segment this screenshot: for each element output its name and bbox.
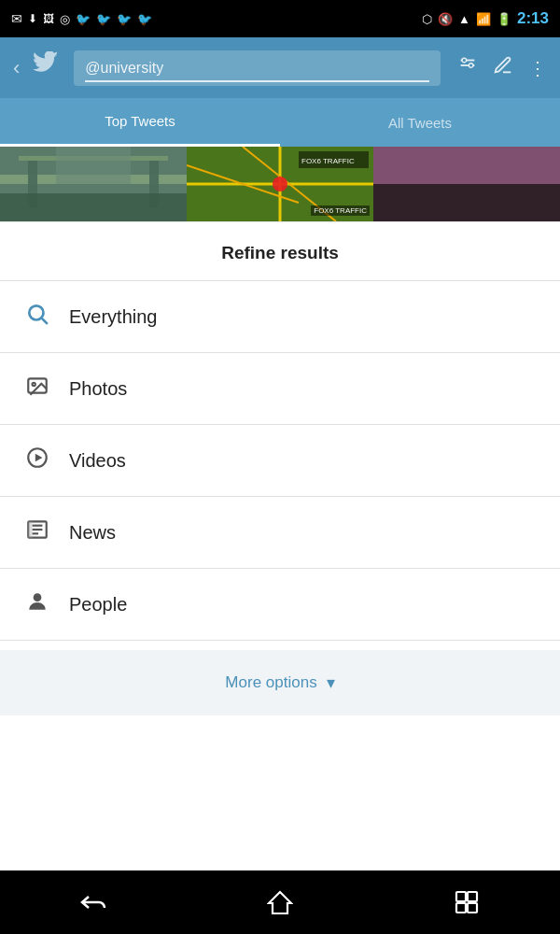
svg-rect-38 <box>456 903 466 913</box>
more-options-label: More options <box>225 673 316 692</box>
svg-rect-36 <box>456 892 466 901</box>
search-underline <box>85 80 429 82</box>
battery-icon: 🔋 <box>497 12 511 26</box>
status-bar-right: ⬡ 🔇 ▲ 📶 🔋 2:13 <box>422 9 549 28</box>
divider-5 <box>0 640 560 641</box>
mute-icon: 🔇 <box>438 12 453 26</box>
compose-icon[interactable] <box>493 55 513 80</box>
image-strip: FOX6 TRAFFIC <box>0 147 560 221</box>
filter-icon[interactable] <box>457 55 478 80</box>
twitter-icon-1: 🐦 <box>76 12 91 26</box>
play-icon <box>22 446 52 475</box>
refine-panel: Refine results Everything Photos <box>0 221 560 650</box>
menu-item-photos[interactable]: Photos <box>0 353 560 424</box>
image-cell-2: FOX6 TRAFFIC <box>187 147 373 221</box>
svg-rect-10 <box>0 193 187 221</box>
search-bar[interactable]: @university <box>74 50 441 86</box>
image-icon: 🖼 <box>43 12 54 25</box>
svg-point-23 <box>29 305 43 319</box>
svg-rect-22 <box>373 147 560 184</box>
menu-label-everything: Everything <box>69 306 158 328</box>
back-button[interactable]: ‹ <box>13 56 20 80</box>
svg-point-17 <box>273 177 287 191</box>
menu-item-people[interactable]: People <box>0 569 560 640</box>
nav-icons: ⋮ <box>457 55 547 80</box>
menu-label-photos: Photos <box>69 378 127 400</box>
tab-top-tweets[interactable]: Top Tweets <box>0 98 280 147</box>
chevron-down-icon: ▾ <box>327 672 335 693</box>
search-icon <box>22 302 52 332</box>
nav-bar: ‹ @university ⋮ <box>0 37 560 98</box>
svg-rect-9 <box>56 147 131 184</box>
image-cell-3 <box>373 147 560 221</box>
menu-label-people: People <box>69 594 127 616</box>
svg-rect-39 <box>468 903 477 913</box>
svg-marker-35 <box>269 892 291 913</box>
menu-label-videos: Videos <box>69 450 126 472</box>
more-icon[interactable]: ⋮ <box>528 57 547 79</box>
home-button[interactable] <box>252 884 308 921</box>
gmail-icon: ✉ <box>11 11 22 26</box>
svg-point-2 <box>462 58 467 63</box>
svg-marker-28 <box>35 454 43 462</box>
recents-button[interactable] <box>439 884 495 921</box>
photo-icon <box>22 374 52 403</box>
menu-label-news: News <box>69 522 116 544</box>
signal-icon: 📶 <box>476 12 491 26</box>
svg-rect-33 <box>28 521 32 537</box>
more-options-row[interactable]: More options ▾ <box>0 650 560 715</box>
tabs: Top Tweets All Tweets <box>0 98 560 147</box>
menu-item-videos[interactable]: Videos <box>0 425 560 496</box>
twitter-logo-icon <box>33 51 59 84</box>
twitter-icon-2: 🐦 <box>96 12 111 26</box>
refine-title: Refine results <box>0 222 560 280</box>
tab-all-tweets[interactable]: All Tweets <box>280 98 560 147</box>
svg-point-3 <box>469 64 473 68</box>
download-icon: ⬇ <box>28 12 37 25</box>
bluetooth-icon: ⬡ <box>422 12 432 26</box>
status-bar: ✉ ⬇ 🖼 ◎ 🐦 🐦 🐦 🐦 ⬡ 🔇 ▲ 📶 🔋 2:13 <box>0 0 560 37</box>
svg-point-26 <box>33 383 35 386</box>
image-cell-1 <box>0 147 187 221</box>
bottom-nav <box>0 870 560 934</box>
twitter-icon-3: 🐦 <box>117 12 132 26</box>
medium-icon: ◎ <box>60 12 70 26</box>
search-bar-text: @university <box>85 60 163 77</box>
menu-item-news[interactable]: News <box>0 497 560 568</box>
back-arrow-button[interactable] <box>65 884 121 921</box>
svg-rect-37 <box>468 892 477 901</box>
svg-line-24 <box>42 318 48 324</box>
svg-rect-21 <box>373 184 560 221</box>
svg-text:FOX6 TRAFFIC: FOX6 TRAFFIC <box>301 157 355 165</box>
status-time: 2:13 <box>517 9 549 28</box>
wifi-icon: ▲ <box>458 12 470 26</box>
svg-point-34 <box>34 593 42 601</box>
twitter-icon-4: 🐦 <box>137 12 152 26</box>
news-icon <box>22 517 52 547</box>
menu-item-everything[interactable]: Everything <box>0 281 560 352</box>
status-bar-left: ✉ ⬇ 🖼 ◎ 🐦 🐦 🐦 🐦 <box>11 11 152 26</box>
person-icon <box>22 589 52 619</box>
